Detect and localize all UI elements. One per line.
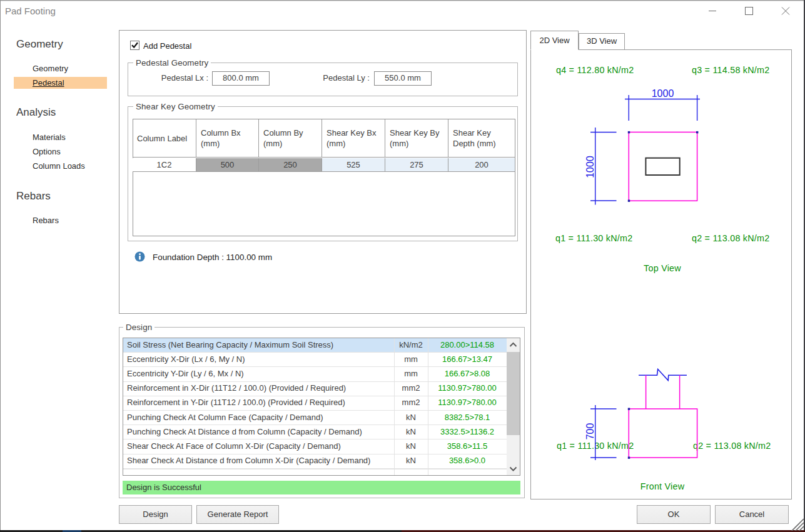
- svg-text:1000: 1000: [585, 156, 595, 178]
- svg-text:q4 = 112.80 kN/m2: q4 = 112.80 kN/m2: [556, 65, 634, 75]
- svg-text:q1 = 111.30 kN/m2: q1 = 111.30 kN/m2: [555, 233, 632, 243]
- svg-text:q2 = 113.08 kN/m2: q2 = 113.08 kN/m2: [693, 441, 771, 451]
- svg-text:q3 = 114.58 kN/m2: q3 = 114.58 kN/m2: [692, 65, 769, 75]
- svg-text:Top View: Top View: [644, 263, 681, 273]
- svg-text:1000: 1000: [652, 88, 674, 99]
- svg-text:Front View: Front View: [640, 481, 685, 491]
- svg-text:700: 700: [585, 423, 595, 440]
- svg-text:q2 = 113.08 kN/m2: q2 = 113.08 kN/m2: [692, 233, 769, 243]
